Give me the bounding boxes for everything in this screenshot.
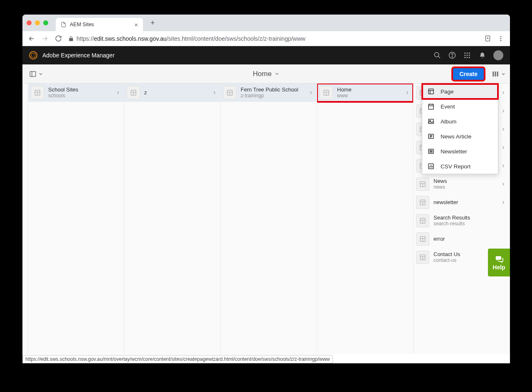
svg-point-3	[500, 40, 502, 41]
view-switcher[interactable]	[492, 70, 506, 78]
user-avatar[interactable]	[493, 50, 503, 60]
help-tab[interactable]: Help	[488, 249, 510, 276]
create-menu: PageEventAlbumNews ArticleNewsletterCSV …	[422, 84, 498, 174]
svg-rect-34	[429, 89, 433, 94]
help-icon[interactable]	[448, 52, 456, 59]
column-item[interactable]: Fern Tree Public School z-trainingp	[221, 84, 317, 102]
minimize-window-icon[interactable]	[35, 20, 40, 25]
column-item[interactable]: z	[124, 84, 220, 102]
chevron-right-icon	[405, 90, 410, 95]
breadcrumb-label: Home	[253, 70, 271, 78]
chevron-right-icon	[501, 145, 506, 150]
page-icon	[427, 88, 435, 95]
news-icon	[427, 133, 435, 140]
chevron-right-icon	[501, 163, 506, 168]
svg-point-12	[469, 55, 470, 56]
browser-menu-icon[interactable]	[495, 33, 507, 44]
browser-tab[interactable]: AEM Sites ×	[56, 18, 143, 31]
svg-rect-18	[495, 71, 496, 76]
column-view: School Sites schools z Fern Tree Public …	[22, 84, 510, 354]
column-item-text: z	[144, 89, 208, 96]
svg-rect-19	[497, 71, 498, 76]
bell-icon[interactable]	[478, 52, 486, 59]
svg-rect-35	[429, 104, 433, 109]
column: School Sites schools	[28, 84, 124, 354]
create-menu-label: Album	[441, 118, 456, 125]
svg-point-13	[464, 57, 466, 58]
column-item[interactable]: Home www	[317, 84, 413, 102]
new-tab-button[interactable]: +	[147, 17, 158, 29]
chevron-down-icon	[274, 71, 280, 76]
page-icon	[416, 232, 429, 246]
aem-logo-icon[interactable]	[29, 51, 37, 59]
create-menu-item[interactable]: Event	[422, 99, 498, 114]
create-menu-item[interactable]: Newsletter	[422, 144, 498, 159]
svg-point-4	[434, 52, 439, 57]
page-icon	[31, 86, 44, 99]
status-url: https://edit.sws.schools.nsw.gov.au/mnt/…	[25, 356, 330, 362]
chevron-right-icon	[116, 90, 121, 95]
address-toolbar: https://edit.sws.schools.nsw.gov.au/site…	[22, 31, 510, 46]
apps-grid-icon[interactable]	[463, 52, 471, 59]
svg-point-14	[467, 57, 468, 58]
back-button[interactable]	[26, 33, 37, 44]
page-icon	[320, 86, 333, 99]
svg-point-9	[469, 52, 470, 54]
search-icon[interactable]	[433, 52, 441, 59]
column: Fern Tree Public School z-trainingp	[221, 84, 317, 354]
page-icon	[416, 178, 429, 191]
install-app-icon[interactable]	[482, 33, 493, 44]
image-icon	[427, 118, 435, 125]
tab-strip: AEM Sites × +	[22, 15, 510, 31]
lock-icon	[68, 36, 74, 42]
address-bar[interactable]: https://edit.sws.schools.nsw.gov.au/site…	[66, 35, 480, 42]
page-icon	[416, 214, 429, 227]
list-icon	[427, 148, 435, 155]
column-item[interactable]: Search Results search-results	[414, 212, 509, 230]
create-menu-label: CSV Report	[441, 163, 470, 170]
column-item[interactable]: School Sites schools	[28, 84, 124, 102]
chevron-right-icon	[501, 90, 506, 95]
column-item-text: News news	[433, 178, 497, 190]
column-item[interactable]: newsletter	[414, 193, 509, 212]
column-item-text: Fern Tree Public School z-trainingp	[241, 86, 304, 99]
chevron-right-icon	[501, 182, 506, 187]
svg-rect-17	[493, 71, 494, 76]
svg-point-15	[469, 57, 470, 58]
close-tab-icon[interactable]: ×	[134, 21, 138, 28]
status-bar: https://edit.sws.schools.nsw.gov.au/mnt/…	[22, 355, 333, 363]
column-item-text: School Sites schools	[48, 86, 111, 99]
breadcrumb[interactable]: Home	[253, 70, 279, 78]
column-item[interactable]: News news	[414, 175, 509, 193]
create-menu-label: Page	[441, 89, 454, 95]
reload-button[interactable]	[52, 33, 64, 44]
aem-header: Adobe Experience Manager	[22, 46, 510, 64]
window-controls[interactable]	[27, 20, 48, 25]
maximize-window-icon[interactable]	[43, 20, 48, 25]
create-menu-label: Newsletter	[441, 148, 467, 155]
browser-window: AEM Sites × + https://edit.sws.schools.n…	[22, 15, 510, 363]
chevron-down-icon	[38, 71, 43, 76]
create-menu-item[interactable]: Album	[422, 114, 498, 129]
svg-rect-36	[429, 119, 433, 124]
svg-point-1	[500, 36, 502, 37]
column-item-text: newsletter	[433, 199, 497, 205]
column-item[interactable]: error	[414, 230, 509, 248]
page-icon	[416, 251, 429, 264]
close-window-icon[interactable]	[27, 20, 32, 25]
create-button[interactable]: Create	[453, 68, 484, 80]
create-menu-item[interactable]: Page	[422, 84, 498, 99]
create-menu-item[interactable]: CSV Report	[422, 159, 498, 174]
column: Home www	[317, 84, 414, 354]
page-icon	[223, 86, 236, 99]
svg-point-2	[500, 38, 502, 39]
forward-button[interactable]	[39, 33, 51, 44]
tab-title: AEM Sites	[70, 22, 131, 27]
rail-toggle[interactable]	[27, 69, 46, 79]
create-menu-item[interactable]: News Article	[422, 129, 498, 144]
chevron-right-icon	[501, 108, 506, 113]
chat-icon	[494, 255, 504, 263]
column: z	[124, 84, 221, 354]
chevron-right-icon	[501, 127, 506, 132]
page-icon	[416, 196, 429, 209]
